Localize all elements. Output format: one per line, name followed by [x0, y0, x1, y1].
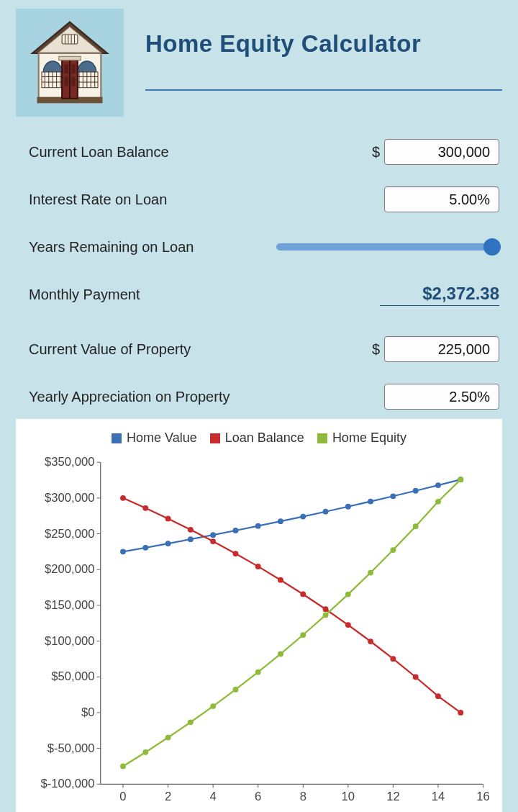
- svg-rect-31: [59, 56, 81, 60]
- svg-point-83: [368, 499, 373, 505]
- chart-legend: Home Value Loan Balance Home Equity: [23, 430, 495, 446]
- svg-point-85: [413, 488, 419, 494]
- svg-point-112: [300, 632, 306, 638]
- svg-point-76: [210, 532, 216, 538]
- legend-swatch-home-value: [112, 433, 122, 443]
- svg-text:$250,000: $250,000: [45, 527, 94, 540]
- svg-text:$-100,000: $-100,000: [41, 777, 95, 790]
- monthly-payment-label: Monthly Payment: [29, 287, 380, 303]
- property-value-label: Current Value of Property: [29, 341, 372, 358]
- svg-point-108: [210, 703, 216, 709]
- loan-balance-input[interactable]: 300,000: [384, 139, 499, 165]
- house-icon: [16, 9, 124, 117]
- svg-point-101: [413, 675, 419, 680]
- svg-point-98: [345, 622, 351, 628]
- svg-point-118: [435, 499, 441, 505]
- svg-text:12: 12: [386, 790, 399, 803]
- years-remaining-slider[interactable]: [276, 239, 499, 255]
- svg-rect-28: [71, 64, 75, 73]
- svg-point-114: [345, 592, 351, 597]
- interest-rate-input[interactable]: 5.00%: [384, 186, 499, 212]
- property-value-input[interactable]: 225,000: [384, 336, 499, 362]
- svg-point-72: [120, 549, 126, 554]
- svg-point-102: [435, 693, 441, 699]
- svg-point-78: [255, 523, 261, 529]
- svg-point-90: [165, 516, 171, 522]
- svg-point-79: [278, 518, 283, 524]
- svg-point-89: [142, 505, 148, 511]
- svg-point-93: [232, 551, 238, 556]
- svg-text:$150,000: $150,000: [45, 598, 94, 611]
- svg-point-111: [278, 651, 283, 657]
- svg-text:$0: $0: [81, 705, 94, 718]
- svg-point-92: [210, 538, 216, 544]
- svg-point-91: [188, 527, 194, 533]
- appreciation-input[interactable]: 2.50%: [384, 384, 499, 410]
- svg-point-100: [390, 656, 396, 662]
- equity-chart: Home Value Loan Balance Home Equity $-10…: [16, 419, 502, 812]
- svg-text:16: 16: [476, 790, 489, 803]
- svg-point-105: [142, 749, 148, 755]
- calculator-form: Current Loan Balance $ 300,000 Interest …: [16, 130, 502, 413]
- svg-point-107: [188, 719, 194, 725]
- svg-point-88: [120, 495, 126, 501]
- svg-text:0: 0: [119, 790, 126, 803]
- legend-label: Loan Balance: [225, 430, 304, 446]
- svg-point-106: [165, 735, 171, 741]
- svg-point-104: [120, 764, 126, 770]
- loan-balance-label: Current Loan Balance: [29, 144, 372, 161]
- svg-rect-30: [71, 77, 75, 86]
- legend-label: Home Value: [127, 430, 197, 446]
- svg-point-116: [390, 547, 396, 553]
- svg-text:$50,000: $50,000: [51, 669, 94, 682]
- svg-point-73: [142, 545, 148, 551]
- currency-prefix: $: [372, 341, 380, 358]
- svg-point-86: [435, 482, 441, 488]
- svg-point-81: [323, 509, 329, 515]
- svg-point-84: [390, 493, 396, 499]
- svg-text:8: 8: [300, 790, 306, 803]
- chart-plot: $-100,000$-50,000$0$50,000$100,000$150,0…: [29, 456, 492, 809]
- svg-point-82: [345, 504, 351, 510]
- svg-point-77: [232, 528, 238, 533]
- svg-text:$100,000: $100,000: [45, 634, 94, 647]
- monthly-payment-value: $2,372.38: [380, 284, 499, 306]
- svg-rect-27: [64, 64, 68, 73]
- svg-rect-26: [69, 60, 71, 99]
- svg-point-80: [300, 514, 306, 520]
- svg-point-94: [255, 564, 261, 569]
- legend-swatch-home-equity: [317, 433, 327, 443]
- page-title: Home Equity Calculator: [145, 30, 502, 58]
- svg-point-97: [323, 606, 329, 612]
- slider-thumb[interactable]: [483, 238, 501, 256]
- svg-point-117: [413, 523, 419, 529]
- svg-rect-2: [62, 35, 78, 44]
- svg-point-103: [458, 710, 463, 716]
- svg-text:14: 14: [432, 790, 445, 803]
- svg-point-110: [255, 669, 261, 675]
- svg-rect-29: [64, 77, 68, 86]
- svg-point-75: [188, 536, 194, 542]
- svg-point-96: [300, 592, 306, 597]
- svg-point-119: [458, 477, 463, 482]
- svg-point-113: [323, 613, 329, 618]
- currency-prefix: $: [372, 144, 380, 161]
- svg-point-95: [278, 577, 283, 583]
- svg-text:$350,000: $350,000: [45, 456, 94, 468]
- years-remaining-label: Years Remaining on Loan: [29, 239, 276, 256]
- svg-point-109: [232, 687, 238, 693]
- svg-text:$200,000: $200,000: [45, 562, 94, 575]
- legend-swatch-loan-balance: [210, 433, 220, 443]
- svg-point-74: [165, 541, 171, 546]
- slider-track: [276, 243, 499, 251]
- svg-point-115: [368, 570, 373, 576]
- svg-text:10: 10: [342, 790, 355, 803]
- svg-text:2: 2: [165, 790, 171, 803]
- svg-text:$-50,000: $-50,000: [47, 741, 95, 754]
- svg-text:$300,000: $300,000: [45, 491, 94, 504]
- svg-text:6: 6: [255, 790, 261, 803]
- svg-point-99: [368, 639, 373, 644]
- svg-text:4: 4: [210, 790, 217, 803]
- title-divider: [145, 89, 502, 91]
- legend-label: Home Equity: [332, 430, 406, 446]
